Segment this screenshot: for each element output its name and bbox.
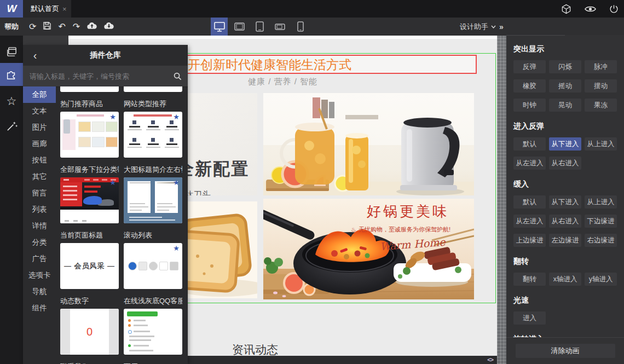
plugin-thumbnail[interactable]: — 会员风采 — bbox=[60, 243, 119, 289]
anim-option-button[interactable]: 上边缘进 bbox=[513, 234, 546, 247]
plugin-library-panel: ‹ 插件仓库 全部 文本 图片 画廊 按钮 其它 留言 列表 详情 分类 广告 … bbox=[23, 45, 188, 364]
anim-option-button[interactable]: 翻转 bbox=[513, 273, 546, 286]
design-assistant-dropdown[interactable]: 设计助手 bbox=[460, 18, 496, 36]
preview-eye-icon[interactable] bbox=[585, 5, 596, 13]
device-phone-landscape-button[interactable] bbox=[271, 18, 288, 36]
star-icon[interactable]: ★ bbox=[173, 178, 180, 187]
page-tab[interactable]: 默认首页 × bbox=[23, 0, 71, 18]
plugin-label: 当前页面标题 bbox=[60, 230, 119, 240]
anim-option-button[interactable]: 从上进入 bbox=[585, 137, 617, 151]
section-title: 进入反弹 bbox=[513, 122, 617, 131]
components-cube-icon[interactable] bbox=[561, 4, 571, 14]
hero-title-text[interactable]: 开创新时代健康智能生活方式 bbox=[188, 56, 351, 73]
anim-option-button[interactable]: 默认 bbox=[513, 137, 546, 151]
plugin-category-list: 全部 文本 图片 画廊 按钮 其它 留言 列表 详情 分类 广告 选项卡 导航 … bbox=[23, 86, 56, 364]
collapse-panel-button[interactable]: » bbox=[496, 18, 507, 36]
category-item[interactable]: 图片 bbox=[23, 119, 56, 136]
anim-option-button[interactable]: 从下进入 bbox=[549, 195, 581, 209]
star-icon[interactable]: ★ bbox=[109, 178, 116, 187]
anim-option-button[interactable]: 果冻 bbox=[585, 99, 617, 112]
anim-option-button[interactable]: 左边缘进 bbox=[549, 234, 581, 247]
plugin-thumbnail[interactable]: ★ bbox=[124, 243, 182, 289]
category-item[interactable]: 其它 bbox=[23, 169, 56, 185]
category-item[interactable]: 全部 bbox=[23, 86, 56, 103]
section-title: 缓入 bbox=[513, 180, 617, 189]
section-title: 光速 bbox=[513, 296, 617, 305]
anim-option-button[interactable]: 从左进入 bbox=[513, 215, 546, 228]
anim-option-button[interactable]: 下边缘进 bbox=[585, 215, 617, 228]
device-tablet-portrait-button[interactable] bbox=[251, 18, 268, 36]
plugin-thumbnail[interactable]: ★ bbox=[124, 177, 182, 223]
plugin-thumbnail[interactable]: ★ bbox=[60, 112, 119, 158]
anim-option-button[interactable]: 晃动 bbox=[549, 99, 581, 112]
anim-option-button[interactable]: 从右进入 bbox=[549, 157, 581, 170]
category-item[interactable]: 选项卡 bbox=[23, 267, 56, 284]
anim-option-button[interactable]: y轴进入 bbox=[585, 273, 617, 286]
redo-icon[interactable]: ↷ bbox=[73, 22, 80, 31]
power-icon[interactable] bbox=[609, 4, 619, 14]
plugin-thumbnail[interactable] bbox=[124, 309, 182, 355]
star-icon[interactable]: ★ bbox=[173, 244, 180, 252]
device-tablet-landscape-button[interactable] bbox=[231, 18, 248, 36]
plugin-thumbnail[interactable]: ★ bbox=[124, 112, 182, 158]
device-phone-portrait-button[interactable] bbox=[292, 18, 309, 36]
code-view-icon[interactable]: <> bbox=[487, 356, 493, 363]
category-item[interactable]: 组件 bbox=[23, 300, 56, 316]
help-button[interactable]: 帮助 bbox=[4, 18, 19, 36]
vertical-scrollbar[interactable] bbox=[497, 36, 506, 364]
cloud-download-icon[interactable] bbox=[104, 22, 114, 32]
cloud-upload-icon[interactable] bbox=[87, 22, 97, 32]
search-icon[interactable] bbox=[167, 66, 188, 86]
anim-option-button[interactable]: 从上进入 bbox=[585, 195, 617, 209]
kettle-photo-banner[interactable] bbox=[263, 93, 474, 195]
category-item[interactable]: 文本 bbox=[23, 103, 56, 119]
anim-option-button[interactable]: 从左进入 bbox=[513, 157, 546, 170]
wok-banner[interactable]: 好锅更美味 ♨ 无忧购物，至诚服务为你保驾护航! Warm Home bbox=[263, 199, 474, 299]
plugin-card-partial[interactable] bbox=[60, 86, 119, 92]
clear-animation-button[interactable]: 清除动画 bbox=[516, 344, 615, 358]
category-item[interactable]: 按钮 bbox=[23, 152, 56, 169]
undo-icon[interactable]: ↶ bbox=[58, 22, 65, 31]
anim-option-button[interactable]: 摆动 bbox=[585, 79, 617, 93]
category-item[interactable]: 画廊 bbox=[23, 136, 56, 152]
category-item[interactable]: 详情 bbox=[23, 218, 56, 234]
app-logo[interactable]: W bbox=[0, 0, 23, 18]
plugin-card-partial[interactable] bbox=[124, 86, 182, 92]
category-item[interactable]: 列表 bbox=[23, 201, 56, 218]
category-item[interactable]: 广告 bbox=[23, 251, 56, 267]
device-desktop-button[interactable] bbox=[211, 18, 228, 36]
plugin-thumbnail[interactable]: ★ bbox=[60, 177, 119, 223]
category-item[interactable]: 导航 bbox=[23, 284, 56, 300]
anim-option-button[interactable]: 橡胶 bbox=[513, 79, 546, 93]
plugin-item: 联系我们 bbox=[60, 355, 119, 364]
anim-option-button[interactable]: 时钟 bbox=[513, 99, 546, 112]
anim-option-button[interactable]: x轴进入 bbox=[549, 273, 581, 286]
anim-option-button[interactable]: 摇动 bbox=[549, 79, 581, 93]
anim-option-button[interactable]: 从右进入 bbox=[549, 215, 581, 228]
plugin-item: 全部服务下拉分类带... ★ bbox=[60, 158, 119, 223]
plugin-panel-title: 插件仓库 bbox=[23, 50, 188, 60]
news-section-heading[interactable]: 资讯动态 bbox=[232, 342, 278, 356]
anim-option-button[interactable]: 进入 bbox=[513, 311, 546, 325]
magic-wand-icon[interactable] bbox=[0, 114, 23, 137]
plugin-thumbnail[interactable]: 0 bbox=[60, 309, 119, 355]
save-icon[interactable] bbox=[43, 22, 51, 32]
plugins-puzzle-icon[interactable] bbox=[0, 63, 23, 86]
category-item[interactable]: 分类 bbox=[23, 234, 56, 251]
anim-option-button[interactable]: 默认 bbox=[513, 195, 546, 209]
anim-option-button[interactable]: 右边缘进 bbox=[585, 234, 617, 247]
top-bar: W 默认首页 × bbox=[0, 0, 624, 18]
star-icon[interactable]: ★ bbox=[109, 113, 116, 121]
section-highlight: 突出显示 反弹 闪烁 脉冲 橡胶 摇动 摆动 时钟 晃动 果冻 bbox=[513, 44, 617, 112]
anim-option-button[interactable]: 闪烁 bbox=[549, 60, 581, 73]
close-icon[interactable]: × bbox=[62, 5, 67, 13]
anim-option-button-selected[interactable]: 从下进入 bbox=[549, 137, 581, 151]
refresh-icon[interactable]: ⟳ bbox=[29, 22, 36, 31]
search-input[interactable] bbox=[23, 72, 167, 80]
favorites-star-icon[interactable]: ☆ bbox=[0, 89, 23, 112]
category-item[interactable]: 留言 bbox=[23, 185, 56, 201]
pages-icon[interactable] bbox=[0, 40, 23, 63]
anim-option-button[interactable]: 反弹 bbox=[513, 60, 546, 73]
anim-option-button[interactable]: 脉冲 bbox=[585, 60, 617, 73]
star-icon[interactable]: ★ bbox=[173, 113, 180, 121]
